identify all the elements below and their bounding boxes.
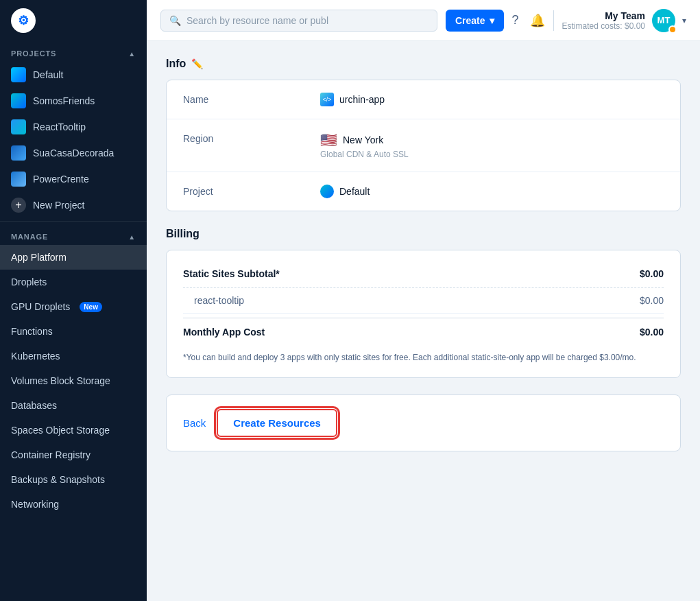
- sidebar-nav-label: Backups & Snapshots: [11, 474, 105, 485]
- sidebar-item-kubernetes[interactable]: Kubernetes: [0, 344, 147, 368]
- project-icon-sua: [11, 145, 26, 161]
- projects-label: PROJECTS: [11, 49, 56, 58]
- billing-note: *You can build and deploy 3 apps with on…: [183, 351, 664, 364]
- search-bar[interactable]: 🔍 Search by resource name or publ: [160, 10, 437, 32]
- project-value: Default: [320, 185, 664, 198]
- project-label: Project: [183, 185, 320, 197]
- avatar-initials: MT: [657, 15, 671, 25]
- billing-monthly-cost-row: Monthly App Cost $0.00: [183, 318, 664, 342]
- billing-static-subtotal-row: Static Sites Subtotal* $0.00: [183, 264, 664, 288]
- sidebar-item-somosfriends[interactable]: SomosFriends: [0, 88, 147, 114]
- sidebar-item-droplets[interactable]: Droplets: [0, 270, 147, 294]
- avatar-badge: [668, 25, 677, 34]
- topbar-icons: ? 🔔: [512, 13, 545, 28]
- region-flag: 🇺🇸: [320, 132, 337, 148]
- project-icon-power: [11, 172, 26, 187]
- project-icon-default: [11, 67, 26, 82]
- chevron-down-icon: ▾: [682, 16, 686, 25]
- content-area: Info ✏️ Name </> urchin-app Region 🇺🇸 Ne…: [147, 41, 700, 601]
- sidebar-nav-label: Spaces Object Storage: [11, 425, 110, 436]
- sidebar-nav-label: Container Registry: [11, 449, 90, 460]
- sidebar-nav-label: GPU Droplets: [11, 301, 70, 312]
- billing-react-tooltip-row: react-tooltip $0.00: [183, 291, 664, 314]
- sidebar-nav-label: Networking: [11, 499, 59, 510]
- sidebar-nav-label: Volumes Block Storage: [11, 375, 110, 386]
- react-tooltip-label: react-tooltip: [194, 295, 244, 306]
- projects-chevron-icon: ▲: [128, 50, 136, 58]
- info-project-row: Project Default: [167, 172, 680, 211]
- billing-card: Static Sites Subtotal* $0.00 react-toolt…: [166, 250, 681, 378]
- edit-icon[interactable]: ✏️: [191, 58, 203, 69]
- region-label: Region: [183, 132, 320, 144]
- create-label: Create: [455, 15, 485, 26]
- sidebar-item-volumes[interactable]: Volumes Block Storage: [0, 368, 147, 393]
- default-project-icon: [320, 185, 334, 198]
- static-subtotal-value: $0.00: [640, 268, 664, 279]
- sidebar-item-label: SomosFriends: [33, 95, 95, 106]
- logo-icon: ⚙: [11, 8, 36, 33]
- plus-icon: +: [11, 198, 26, 213]
- sidebar-item-label: SuaCasaDecorada: [33, 148, 114, 158]
- help-icon[interactable]: ?: [512, 13, 519, 27]
- info-section-title: Info ✏️: [166, 58, 681, 70]
- new-badge: New: [80, 302, 102, 312]
- project-value-text: Default: [339, 186, 370, 197]
- main-area: 🔍 Search by resource name or publ Create…: [147, 0, 700, 601]
- sidebar-nav-label: Droplets: [11, 276, 47, 287]
- static-subtotal-label: Static Sites Subtotal*: [183, 268, 280, 279]
- sidebar-item-suacasadecorada[interactable]: SuaCasaDecorada: [0, 140, 147, 166]
- team-name: My Team: [562, 10, 645, 21]
- sidebar-item-databases[interactable]: Databases: [0, 393, 147, 418]
- info-name-row: Name </> urchin-app: [167, 80, 680, 119]
- sidebar-item-container-registry[interactable]: Container Registry: [0, 443, 147, 467]
- sidebar-item-gpu-droplets[interactable]: GPU Droplets New: [0, 294, 147, 319]
- manage-label: MANAGE: [11, 233, 48, 241]
- create-resources-button[interactable]: Create Resources: [217, 409, 337, 437]
- topbar-divider: [553, 10, 554, 31]
- sidebar-item-spaces[interactable]: Spaces Object Storage: [0, 418, 147, 443]
- user-info: My Team Estimated costs: $0.00 MT ▾: [562, 9, 686, 32]
- sidebar-item-default[interactable]: Default: [0, 62, 147, 88]
- manage-chevron-icon: ▲: [128, 233, 136, 241]
- project-icon-react: [11, 119, 26, 134]
- sidebar-divider: [0, 221, 147, 222]
- info-card: Name </> urchin-app Region 🇺🇸 New York G…: [166, 80, 681, 211]
- sidebar-nav-label: Kubernetes: [11, 351, 60, 362]
- manage-section-header: MANAGE ▲: [0, 224, 147, 245]
- back-button[interactable]: Back: [183, 417, 206, 429]
- app-icon: </>: [320, 93, 334, 106]
- sidebar-nav-label: Functions: [11, 326, 53, 337]
- info-title-text: Info: [166, 58, 186, 70]
- sidebar-item-reacttooltip[interactable]: ReactTooltip: [0, 114, 147, 140]
- sidebar-item-backups-snapshots[interactable]: Backups & Snapshots: [0, 467, 147, 492]
- logo[interactable]: ⚙: [0, 0, 147, 41]
- sidebar-item-functions[interactable]: Functions: [0, 319, 147, 344]
- sidebar-item-powercrente[interactable]: PowerCrente: [0, 166, 147, 192]
- name-value-text: urchin-app: [339, 94, 385, 105]
- name-label: Name: [183, 93, 320, 105]
- region-value: 🇺🇸 New York Global CDN & Auto SSL: [320, 132, 664, 159]
- create-button[interactable]: Create ▾: [446, 10, 504, 32]
- info-region-row: Region 🇺🇸 New York Global CDN & Auto SSL: [167, 119, 680, 172]
- chevron-down-icon: ▾: [490, 15, 494, 26]
- avatar[interactable]: MT: [652, 9, 675, 32]
- sidebar-item-label: ReactTooltip: [33, 121, 86, 132]
- sidebar-item-app-platform[interactable]: App Platform: [0, 245, 147, 270]
- actions-card: Back Create Resources: [166, 394, 681, 451]
- sidebar-nav-label: Databases: [11, 400, 57, 411]
- region-name: New York: [343, 134, 383, 145]
- billing-section-title: Billing: [166, 228, 681, 240]
- user-text: My Team Estimated costs: $0.00: [562, 10, 645, 31]
- projects-section-header: PROJECTS ▲: [0, 41, 147, 62]
- monthly-cost-value: $0.00: [640, 327, 664, 338]
- monthly-cost-label: Monthly App Cost: [183, 327, 265, 338]
- new-project-item[interactable]: + New Project: [0, 192, 147, 218]
- bell-icon[interactable]: 🔔: [530, 13, 545, 28]
- sidebar-item-networking[interactable]: Networking: [0, 492, 147, 517]
- billing-title-text: Billing: [166, 228, 200, 240]
- search-icon: 🔍: [169, 15, 181, 26]
- estimated-costs: Estimated costs: $0.00: [562, 21, 645, 31]
- sidebar-item-label: Default: [33, 69, 63, 80]
- sidebar: ⚙ PROJECTS ▲ Default SomosFriends ReactT…: [0, 0, 147, 601]
- new-project-label: New Project: [33, 200, 84, 211]
